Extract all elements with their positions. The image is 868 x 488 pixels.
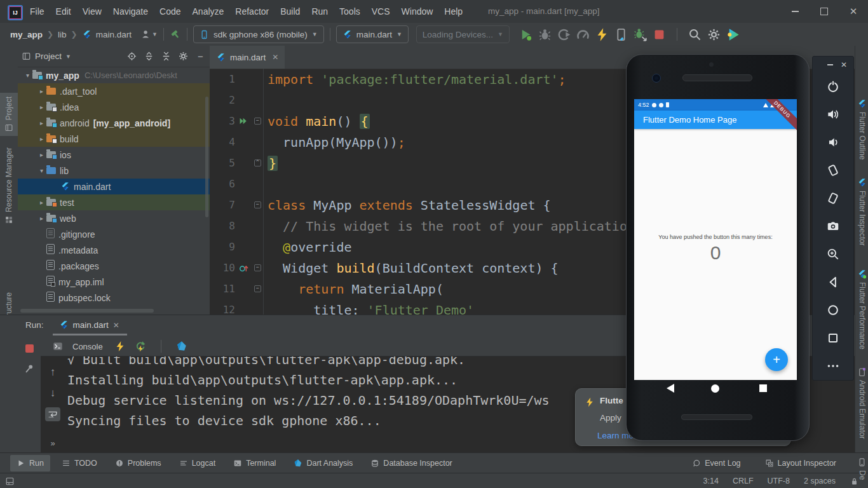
caret-position[interactable]: 3:14 [703,477,719,485]
menu-help[interactable]: Help [438,6,468,17]
right-tab-flutter-inspector[interactable]: Flutter Inspector [855,178,868,246]
expand-all-icon[interactable] [144,51,154,62]
toolwindow-button-database-inspector[interactable]: Database Inspector [364,455,458,471]
hot-reload-icon[interactable] [595,27,609,42]
tree-item-.gitignore[interactable]: .gitignore [18,226,210,242]
fold-marker-icon[interactable]: − [254,118,261,125]
tree-item-my_app.iml[interactable]: my_app.iml [18,274,210,290]
attach-debugger-icon[interactable] [633,27,648,42]
tree-item-test[interactable]: ▸test [18,194,210,210]
phone-screen[interactable]: 4:52 Flutter Demo Home Page You have pus… [634,99,797,380]
close-tab-icon[interactable]: ✕ [272,53,278,62]
editor-tab-main-dart[interactable]: main.dart ✕ [210,46,285,69]
tree-chevron-icon[interactable]: ▸ [37,199,46,206]
rotate-right-icon[interactable] [826,191,840,205]
tree-item-pubspec.lock[interactable]: pubspec.lock [18,290,210,306]
power-icon[interactable] [826,79,840,93]
menu-view[interactable]: View [77,6,107,17]
zoom-icon[interactable] [826,247,840,261]
down-arrow-icon[interactable]: ↓ [50,388,56,398]
hot-restart-icon[interactable] [135,341,146,352]
tree-item-.packages[interactable]: .packages [18,258,210,274]
overview-icon[interactable] [826,331,840,345]
toolwindow-button-todo[interactable]: TODO [55,455,104,471]
locate-icon[interactable] [126,51,137,62]
toolwindow-button-problems[interactable]: Problems [109,455,168,471]
console-tab-label[interactable]: Console [72,342,103,351]
right-tab-de[interactable]: De [855,458,868,480]
flutter-device-selector[interactable]: Loading Devices... ▼ [416,25,510,43]
more-actions-icon[interactable]: » [50,438,55,448]
tree-chevron-icon[interactable]: ▾ [37,167,46,174]
breadcrumb-item[interactable]: lib [58,30,67,39]
toolwindow-button-layout-inspector[interactable]: Layout Inspector [759,455,843,471]
more-icon[interactable] [826,359,840,373]
minimize-button[interactable] [780,0,810,23]
hot-reload-icon[interactable] [114,341,126,352]
dart-devtools-icon[interactable] [176,341,187,352]
android-back-button[interactable] [667,384,674,393]
menu-code[interactable]: Code [154,6,186,17]
fold-marker-icon[interactable]: − [254,264,261,271]
toolwindow-button-logcat[interactable]: Logcat [173,455,222,471]
hide-icon[interactable]: − [195,51,206,62]
right-tab-flutter-performance[interactable]: Flutter Performance [855,269,868,349]
tree-item-.metadata[interactable]: .metadata [18,242,210,258]
rotate-left-icon[interactable] [826,163,840,177]
tree-chevron-icon[interactable]: ▸ [37,215,46,222]
up-arrow-icon[interactable]: ↑ [50,367,56,377]
device-flutter-icon[interactable] [614,27,628,42]
settings-icon[interactable] [707,27,721,42]
project-scrollbar-horizontal[interactable] [20,309,154,313]
line-ending[interactable]: CRLF [733,477,754,485]
run-tab-main-dart[interactable]: main.dart ✕ [53,315,127,336]
toolwindow-button-run[interactable]: Run [10,455,50,471]
toolwindow-button-dart-analysis[interactable]: Dart Analysis [287,455,359,471]
user-icon[interactable] [140,29,152,40]
emulator-close-icon[interactable]: ✕ [841,61,847,69]
tree-item-.dart_tool[interactable]: ▸.dart_tool [18,83,210,99]
tree-chevron-icon[interactable]: ▸ [37,88,46,95]
search-icon[interactable] [688,27,702,42]
stop-icon[interactable] [652,27,667,42]
menu-refactor[interactable]: Refactor [229,6,275,17]
profile-icon[interactable] [557,27,571,42]
menu-navigate[interactable]: Navigate [107,6,154,17]
tree-item-web[interactable]: ▸web [18,210,210,226]
right-tab-android-emulator[interactable]: Android Emulator [855,367,868,439]
tool-window-toggle-icon[interactable] [5,477,15,486]
menu-file[interactable]: File [24,6,50,17]
settings-icon[interactable] [178,51,189,62]
right-tab-flutter-outline[interactable]: Flutter Outline [855,99,868,159]
menu-build[interactable]: Build [275,6,306,17]
menu-window[interactable]: Window [396,6,439,17]
breadcrumb-item[interactable]: my_app [10,30,43,39]
collapse-all-icon[interactable] [161,51,172,62]
volume-down-icon[interactable] [826,135,840,149]
fold-marker-icon[interactable]: − [254,285,261,292]
project-panel-title[interactable]: Project [35,51,62,61]
emulator-minimize-icon[interactable] [827,64,833,65]
build-hammer-icon[interactable] [170,29,181,40]
sidebar-tab-project[interactable]: Project [0,93,18,136]
run-config-selector[interactable]: main.dart ▼ [336,25,409,43]
close-button[interactable]: ✕ [839,0,868,23]
menu-tools[interactable]: Tools [334,6,366,17]
back-icon[interactable] [826,275,840,289]
file-encoding[interactable]: UTF-8 [768,477,790,485]
debug-icon[interactable] [538,27,552,42]
indent-size[interactable]: 2 spaces [804,477,836,485]
screenshot-icon[interactable] [826,219,840,233]
profiler-icon[interactable] [576,27,590,42]
tree-item-ios[interactable]: ▸ios [18,147,210,163]
tree-chevron-icon[interactable]: ▸ [37,151,46,158]
breadcrumb-item[interactable]: main.dart [96,30,132,39]
menu-vcs[interactable]: VCS [366,6,396,17]
tree-item-lib[interactable]: ▾lib [18,163,210,179]
run-icon[interactable] [519,27,533,42]
tree-chevron-icon[interactable]: ▾ [23,72,32,79]
close-tab-icon[interactable]: ✕ [113,321,119,330]
chevron-down-icon[interactable]: ▼ [65,53,71,60]
toolwindow-button-event-log[interactable]: Event Log [686,455,747,471]
maximize-button[interactable] [810,0,839,23]
